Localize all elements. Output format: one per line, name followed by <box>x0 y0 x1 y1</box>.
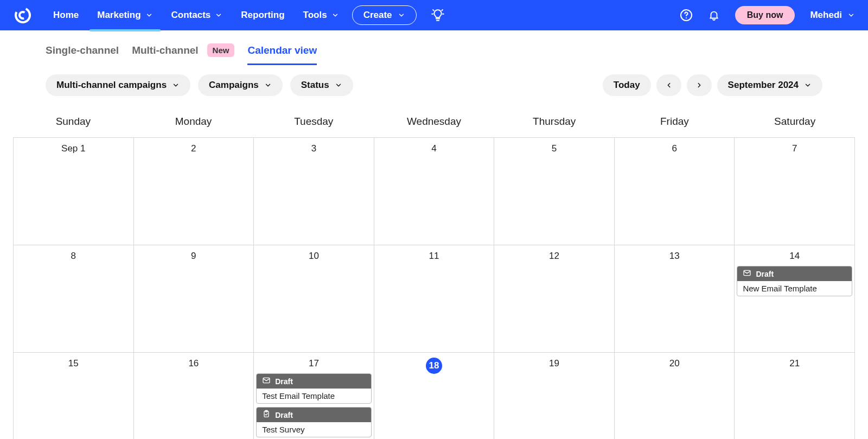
tab-single-channel[interactable]: Single-channel <box>46 41 119 65</box>
event-status-header: Draft <box>257 408 371 422</box>
clipboard-icon <box>262 410 271 420</box>
month-picker[interactable]: September 2024 <box>717 74 822 96</box>
calendar-cell[interactable]: 8 <box>14 245 134 353</box>
calendar-event[interactable]: DraftTest Email Template <box>256 373 372 404</box>
nav-item-label: Contacts <box>171 10 211 21</box>
calendar-controls: Today September 2024 <box>603 74 822 96</box>
event-title: New Email Template <box>737 281 852 296</box>
date-label: 6 <box>615 141 735 157</box>
notifications-button[interactable] <box>708 9 720 21</box>
today-button[interactable]: Today <box>603 74 651 96</box>
calendar-event[interactable]: DraftTest Survey <box>256 407 372 437</box>
calendar-cell[interactable]: 16 <box>134 353 254 439</box>
chevron-down-icon <box>264 81 272 89</box>
event-title: Test Survey <box>257 422 371 437</box>
filter-label: Status <box>301 80 329 91</box>
nav-right: Buy now Mehedi <box>680 6 855 24</box>
chevron-down-icon <box>398 11 405 19</box>
mail-icon <box>262 376 271 386</box>
weekday-label: Thursday <box>494 108 615 137</box>
date-label: 5 <box>494 141 614 157</box>
tips-button[interactable] <box>429 6 447 24</box>
date-label: 15 <box>14 356 133 372</box>
calendar-cell[interactable]: 11 <box>374 245 495 353</box>
date-label-today: 18 <box>426 358 442 374</box>
calendar-cell[interactable]: 12 <box>494 245 615 353</box>
buy-now-button[interactable]: Buy now <box>735 6 795 24</box>
view-tabs: Single-channel Multi-channel New Calenda… <box>0 30 868 66</box>
chevron-down-icon <box>847 11 855 19</box>
filter-status[interactable]: Status <box>290 74 353 96</box>
event-status-label: Draft <box>756 270 774 278</box>
calendar-grid: Sep 1234567891011121314DraftNew Email Te… <box>13 137 855 439</box>
filter-label: Multi-channel campaigns <box>56 80 167 91</box>
nav-item-tools[interactable]: Tools <box>296 5 347 25</box>
weekday-label: Friday <box>615 108 735 137</box>
calendar-cell[interactable]: 14DraftNew Email Template <box>735 245 855 353</box>
calendar-cell[interactable]: 9 <box>134 245 254 353</box>
calendar-cell[interactable]: 15 <box>14 353 134 439</box>
date-label: 16 <box>134 356 254 372</box>
next-month-button[interactable] <box>687 74 712 96</box>
calendar-cell[interactable]: 18 <box>374 353 495 439</box>
calendar-cell[interactable]: 6 <box>615 138 735 245</box>
filter-campaigns[interactable]: Campaigns <box>198 74 283 96</box>
calendar-event[interactable]: DraftNew Email Template <box>737 266 852 296</box>
date-label: Sep 1 <box>14 141 133 157</box>
date-label: 14 <box>735 249 854 265</box>
date-label: 3 <box>254 141 374 157</box>
svg-point-1 <box>18 11 27 19</box>
calendar-cell[interactable]: 19 <box>494 353 615 439</box>
chevron-down-icon <box>145 11 153 19</box>
chevron-down-icon <box>804 81 812 89</box>
date-label: 21 <box>735 356 854 372</box>
chevron-down-icon <box>335 81 342 89</box>
calendar-cell[interactable]: 2 <box>134 138 254 245</box>
date-label: 13 <box>615 249 735 265</box>
nav-item-label: Reporting <box>241 10 284 21</box>
weekday-label: Tuesday <box>253 108 374 137</box>
tab-label: Multi-channel <box>132 44 198 56</box>
help-button[interactable] <box>680 9 693 22</box>
nav-item-label: Tools <box>303 10 327 21</box>
calendar-cell[interactable]: 13 <box>615 245 735 353</box>
date-label: 20 <box>615 356 735 372</box>
calendar-cell[interactable]: 17DraftTest Email TemplateDraftTest Surv… <box>254 353 374 439</box>
user-menu[interactable]: Mehedi <box>810 10 855 21</box>
filter-multi-channel[interactable]: Multi-channel campaigns <box>46 74 190 96</box>
prev-month-button[interactable] <box>656 74 681 96</box>
chevron-down-icon <box>215 11 222 19</box>
create-button[interactable]: Create <box>352 5 417 25</box>
nav-item-marketing[interactable]: Marketing <box>90 5 160 25</box>
calendar-cell[interactable]: Sep 1 <box>14 138 134 245</box>
nav-item-contacts[interactable]: Contacts <box>164 5 231 25</box>
date-label: 10 <box>254 249 374 265</box>
calendar-cell[interactable]: 7 <box>735 138 855 245</box>
date-label: 7 <box>735 141 854 157</box>
mail-icon <box>743 269 751 279</box>
calendar-cell[interactable]: 4 <box>374 138 495 245</box>
nav-item-reporting[interactable]: Reporting <box>233 5 292 25</box>
date-label: 11 <box>374 249 494 265</box>
calendar-weekday-header: SundayMondayTuesdayWednesdayThursdayFrid… <box>13 108 855 137</box>
calendar-cell[interactable]: 5 <box>494 138 615 245</box>
weekday-label: Sunday <box>13 108 133 137</box>
date-label: 17 <box>254 356 374 372</box>
weekday-label: Monday <box>133 108 254 137</box>
buy-now-label: Buy now <box>747 10 783 20</box>
date-label: 19 <box>494 356 614 372</box>
month-label: September 2024 <box>728 80 799 91</box>
filter-label: Campaigns <box>209 80 259 91</box>
tab-calendar-view[interactable]: Calendar view <box>247 41 317 65</box>
logo[interactable] <box>13 5 33 25</box>
svg-point-0 <box>14 6 32 24</box>
tab-multi-channel[interactable]: Multi-channel New <box>132 40 234 66</box>
calendar-cell[interactable]: 20 <box>615 353 735 439</box>
nav-item-label: Home <box>53 10 79 21</box>
calendar-cell[interactable]: 10 <box>254 245 374 353</box>
calendar: SundayMondayTuesdayWednesdayThursdayFrid… <box>0 103 868 439</box>
calendar-cell[interactable]: 3 <box>254 138 374 245</box>
calendar-cell[interactable]: 21 <box>735 353 855 439</box>
tab-label: Single-channel <box>46 44 119 56</box>
nav-item-home[interactable]: Home <box>46 5 86 25</box>
